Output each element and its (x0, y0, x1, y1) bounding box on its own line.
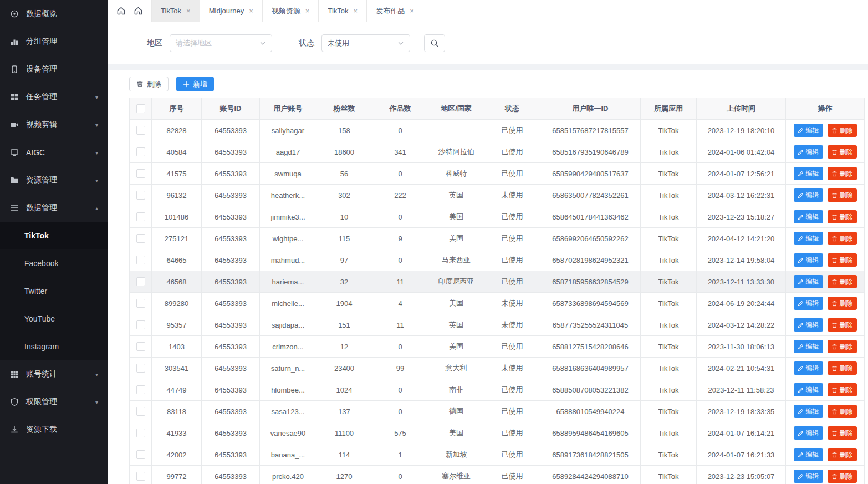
delete-button[interactable]: 删除 (828, 210, 857, 223)
row-checkbox[interactable] (136, 472, 145, 481)
status-select[interactable]: 未使用 (321, 34, 410, 52)
row-checkbox[interactable] (136, 385, 145, 394)
plus-icon (183, 81, 190, 88)
row-checkbox[interactable] (136, 126, 145, 135)
edit-button[interactable]: 编辑 (794, 188, 823, 202)
sidebar-item-data-management[interactable]: 数据管理▴ (0, 194, 108, 222)
cell-upload-time: 2023-12-23 15:18:27 (697, 206, 786, 228)
delete-button[interactable]: 删除 (828, 275, 857, 288)
cell-seq: 64665 (152, 249, 202, 271)
tab-tiktok[interactable]: TikTok× (152, 0, 200, 22)
delete-button[interactable]: 删除 (828, 253, 857, 267)
edit-button[interactable]: 编辑 (794, 318, 823, 332)
edit-button[interactable]: 编辑 (794, 405, 823, 418)
pencil-icon (798, 365, 804, 371)
row-checkbox[interactable] (136, 407, 145, 416)
row-checkbox[interactable] (136, 429, 145, 437)
row-checkbox[interactable] (136, 299, 145, 308)
add-button[interactable]: 新增 (176, 77, 214, 91)
sidebar-item-group-management[interactable]: 分组管理 (0, 28, 108, 55)
table-row: 89928064553393michelle...19044美国未使用65873… (130, 293, 865, 314)
close-icon[interactable]: × (354, 7, 358, 14)
close-icon[interactable]: × (186, 7, 191, 14)
edit-button[interactable]: 编辑 (794, 145, 823, 159)
edit-button[interactable]: 编辑 (794, 297, 823, 310)
delete-button[interactable]: 删除 (828, 297, 857, 310)
close-icon[interactable]: × (249, 7, 253, 14)
search-icon (430, 39, 439, 48)
edit-button[interactable]: 编辑 (794, 124, 823, 137)
edit-button[interactable]: 编辑 (794, 253, 823, 267)
tab-publish-works[interactable]: 发布作品× (367, 0, 423, 22)
table-row: 4474964553393hlombee...10240南非已使用6588508… (130, 379, 865, 401)
edit-button[interactable]: 编辑 (794, 210, 823, 223)
tab-tiktok-2[interactable]: TikTok× (319, 0, 367, 22)
sidebar-item-data-overview[interactable]: 数据概览 (0, 0, 108, 28)
delete-button[interactable]: 删除 (828, 405, 857, 418)
region-select[interactable]: 请选择地区 (170, 34, 272, 52)
column-header: 用户账号 (260, 98, 316, 120)
edit-button[interactable]: 编辑 (794, 426, 823, 440)
edit-button[interactable]: 编辑 (794, 167, 823, 180)
row-checkbox[interactable] (136, 320, 145, 329)
row-checkbox[interactable] (136, 169, 145, 178)
sidebar-item-twitter[interactable]: Twitter (0, 277, 108, 305)
sidebar-item-video-editing[interactable]: 视频剪辑▾ (0, 111, 108, 139)
row-checkbox[interactable] (136, 342, 145, 351)
edit-button[interactable]: 编辑 (794, 470, 823, 483)
close-icon[interactable]: × (410, 7, 414, 14)
sidebar-item-resource-download[interactable]: 资源下载 (0, 416, 108, 444)
sidebar-item-resource-management[interactable]: 资源管理▾ (0, 166, 108, 194)
delete-button[interactable]: 删除 (828, 145, 857, 159)
sidebar-item-account-stats[interactable]: 账号统计▾ (0, 360, 108, 388)
sidebar-item-facebook[interactable]: Facebook (0, 249, 108, 277)
row-checkbox[interactable] (136, 450, 145, 459)
delete-button[interactable]: 删除 (828, 188, 857, 202)
edit-button[interactable]: 编辑 (794, 232, 823, 245)
select-all-checkbox[interactable] (136, 104, 145, 113)
pencil-icon (798, 192, 804, 198)
delete-button[interactable]: 删除 (828, 124, 857, 137)
sidebar-item-permission-management[interactable]: 权限管理▾ (0, 388, 108, 416)
row-checkbox[interactable] (136, 147, 145, 156)
sidebar-item-instagram[interactable]: Instagram (0, 333, 108, 360)
edit-button[interactable]: 编辑 (794, 275, 823, 288)
cell-status: 已使用 (484, 466, 540, 484)
edit-button[interactable]: 编辑 (794, 383, 823, 396)
delete-label: 删除 (840, 472, 853, 481)
sidebar-item-aigc[interactable]: AIGC▾ (0, 139, 108, 166)
delete-button[interactable]: 删除 (828, 167, 857, 180)
close-icon[interactable]: × (305, 7, 310, 14)
edit-button[interactable]: 编辑 (794, 340, 823, 353)
bulk-delete-button[interactable]: 删除 (129, 77, 169, 91)
delete-button[interactable]: 删除 (828, 232, 857, 245)
sidebar-item-tiktok[interactable]: TikTok (0, 222, 108, 249)
row-checkbox[interactable] (136, 234, 145, 243)
delete-button[interactable]: 删除 (828, 340, 857, 353)
edit-button[interactable]: 编辑 (794, 448, 823, 461)
delete-button[interactable]: 删除 (828, 361, 857, 375)
delete-button[interactable]: 删除 (828, 426, 857, 440)
sidebar-item-youtube[interactable]: YouTube (0, 305, 108, 333)
cell-works: 341 (372, 141, 428, 163)
tab-video-resources[interactable]: 视频资源× (263, 0, 319, 22)
sidebar-item-task-management[interactable]: 任务管理▾ (0, 83, 108, 111)
row-checkbox[interactable] (136, 256, 145, 264)
search-button[interactable] (424, 34, 445, 52)
home-icon[interactable] (116, 6, 126, 16)
delete-button[interactable]: 删除 (828, 448, 857, 461)
column-header: 地区/国家 (428, 98, 484, 120)
sidebar-item-device-management[interactable]: 设备管理 (0, 55, 108, 83)
delete-button[interactable]: 删除 (828, 470, 857, 483)
row-checkbox[interactable] (136, 364, 145, 373)
tab-midjourney[interactable]: Midjourney× (200, 0, 263, 22)
delete-button[interactable]: 删除 (828, 383, 857, 396)
edit-button[interactable]: 编辑 (794, 361, 823, 375)
edit-label: 编辑 (806, 147, 819, 157)
home-alt-icon[interactable] (134, 6, 143, 16)
pencil-icon (798, 214, 804, 220)
row-checkbox[interactable] (136, 212, 145, 221)
row-checkbox[interactable] (136, 277, 145, 286)
row-checkbox[interactable] (136, 191, 145, 200)
delete-button[interactable]: 删除 (828, 318, 857, 332)
